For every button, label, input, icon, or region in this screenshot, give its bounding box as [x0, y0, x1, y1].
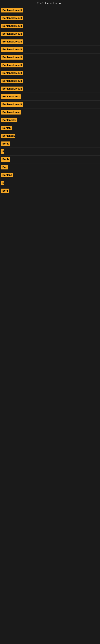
result-row: Bottleneck resu	[0, 93, 100, 100]
bottleneck-badge[interactable]: Bottleneck result	[1, 63, 23, 68]
bottleneck-badge[interactable]: Bottleneck result	[1, 71, 23, 75]
bottleneck-badge[interactable]: Bottle	[1, 142, 10, 146]
bottleneck-badge[interactable]: Bottleneck result	[1, 8, 23, 12]
result-row: Bottleneck r	[0, 116, 100, 124]
result-row: Bottle	[0, 156, 100, 164]
page-wrapper: TheBottlenecker.com Bottleneck resultBot…	[0, 0, 100, 195]
result-row: Bottleneck result	[0, 6, 100, 14]
result-row: B	[0, 148, 100, 156]
bottleneck-badge[interactable]: Bottleneck result	[1, 16, 23, 20]
result-row: Bottleneck result	[0, 14, 100, 22]
bottleneck-badge[interactable]: Bottleneck result	[1, 102, 23, 107]
result-row: Bottleneck result	[0, 22, 100, 30]
result-row: Bottleneck result	[0, 69, 100, 77]
result-row: Bottleneck result	[0, 54, 100, 62]
bottleneck-badge[interactable]: Bottleneck resu	[1, 94, 21, 99]
result-row: Bottleneck	[0, 132, 100, 140]
bottleneck-badge[interactable]: Bottleneck	[1, 134, 15, 138]
bottleneck-badge[interactable]: Bottleneck resu	[1, 110, 21, 114]
result-row: Bottleneck result	[0, 85, 100, 93]
result-row: Bottleneck result	[0, 38, 100, 46]
bottleneck-badge[interactable]: Bottleneck result	[1, 47, 23, 52]
result-row: Bottleneck result	[0, 100, 100, 108]
bottleneck-badge[interactable]: Bottl	[1, 188, 9, 193]
result-row: Bottlen	[0, 124, 100, 132]
bottleneck-badge[interactable]: Bottleneck r	[1, 118, 17, 122]
result-row: Bottleneck result	[0, 62, 100, 69]
result-row: Bott	[0, 164, 100, 171]
bottleneck-badge[interactable]: Bottleneck result	[1, 86, 23, 91]
bottleneck-badge[interactable]: Bottlen	[1, 126, 12, 130]
bottleneck-badge[interactable]: B	[1, 181, 4, 185]
site-title: TheBottlenecker.com	[0, 0, 100, 6]
result-row: Bottle	[0, 140, 100, 148]
result-row: Bottleneck resu	[0, 108, 100, 116]
result-row: Bottlens	[0, 171, 100, 179]
bottleneck-badge[interactable]: Bottlens	[1, 173, 13, 177]
results-container: Bottleneck resultBottleneck resultBottle…	[0, 6, 100, 195]
bottleneck-badge[interactable]: Bottle	[1, 157, 10, 162]
result-row: Bottl	[0, 187, 100, 195]
bottleneck-badge[interactable]: Bottleneck result	[1, 79, 23, 83]
bottleneck-badge[interactable]: Bott	[1, 165, 8, 170]
result-row: Bottleneck result	[0, 30, 100, 38]
result-row: B	[0, 179, 100, 187]
bottleneck-badge[interactable]: Bottleneck result	[1, 32, 23, 36]
bottleneck-badge[interactable]: B	[1, 149, 4, 154]
bottleneck-badge[interactable]: Bottleneck result	[1, 40, 23, 44]
bottleneck-badge[interactable]: Bottleneck result	[1, 55, 23, 60]
result-row: Bottleneck result	[0, 46, 100, 54]
bottleneck-badge[interactable]: Bottleneck result	[1, 24, 23, 28]
result-row: Bottleneck result	[0, 77, 100, 85]
